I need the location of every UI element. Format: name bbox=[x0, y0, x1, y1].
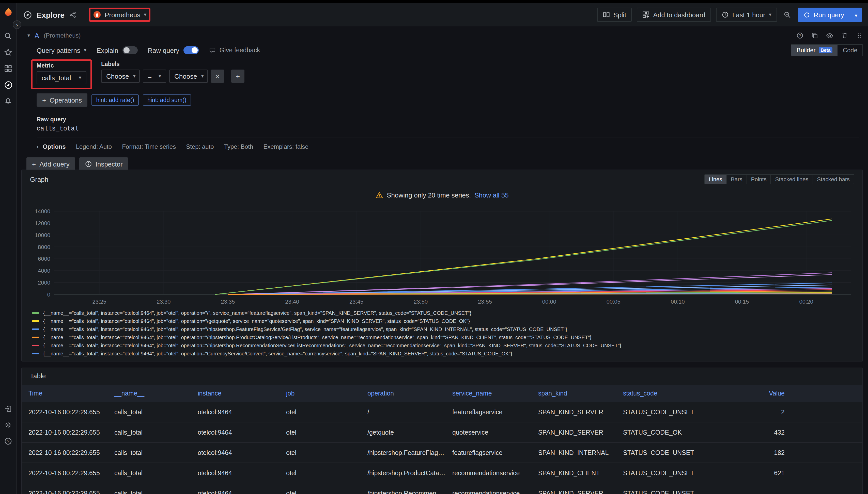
table-row[interactable]: 2022-10-16 00:22:29.655calls_totalotelco… bbox=[22, 463, 863, 483]
table-row[interactable]: 2022-10-16 00:22:29.655calls_totalotelco… bbox=[22, 422, 863, 443]
help-icon[interactable]: ? bbox=[0, 433, 17, 449]
help-circle-icon[interactable]: ? bbox=[796, 32, 803, 39]
column-header-service-name[interactable]: service_name bbox=[446, 390, 531, 397]
cell-time: 2022-10-16 00:22:29.655 bbox=[22, 449, 108, 456]
legend-item[interactable]: {__name__="calls_total", instance="otelc… bbox=[30, 317, 854, 325]
run-query-dropdown-caret[interactable]: ▾ bbox=[850, 7, 862, 22]
add-operation-button[interactable]: + Operations bbox=[37, 93, 87, 107]
legend-item[interactable]: {__name__="calls_total", instance="otelc… bbox=[30, 309, 854, 317]
table-panel-title: Table bbox=[30, 372, 46, 380]
label-operator-select[interactable]: = ▾ bbox=[143, 70, 166, 83]
sidebar: ? bbox=[0, 3, 17, 494]
metric-select[interactable]: calls_total ▾ bbox=[37, 71, 86, 84]
cell-name: calls_total bbox=[108, 408, 191, 416]
options-expand-button[interactable]: › Options bbox=[37, 143, 66, 150]
add-query-button[interactable]: + Add query bbox=[26, 157, 75, 171]
query-options-row: › Options Legend: AutoFormat: Time serie… bbox=[21, 141, 863, 152]
column-header-status-code[interactable]: status_code bbox=[616, 390, 718, 397]
legend-item[interactable]: {__name__="calls_total", instance="otelc… bbox=[30, 325, 854, 333]
datasource-picker[interactable]: Prometheus ▾ bbox=[93, 11, 146, 19]
split-button[interactable]: Split bbox=[597, 7, 632, 22]
cell-status_code: STATUS_CODE_OK bbox=[616, 429, 718, 436]
star-icon[interactable] bbox=[0, 44, 17, 60]
grafana-logo[interactable] bbox=[2, 6, 14, 18]
bell-icon[interactable] bbox=[0, 93, 17, 109]
sidebar-expand-button[interactable]: › bbox=[13, 20, 21, 29]
add-to-dashboard-button[interactable]: Add to dashboard bbox=[637, 7, 711, 22]
gear-icon[interactable] bbox=[0, 417, 17, 433]
query-row-header[interactable]: ▾ A (Prometheus) ? bbox=[21, 30, 863, 42]
drag-handle-icon[interactable] bbox=[856, 32, 863, 39]
svg-text:00:05: 00:05 bbox=[607, 299, 620, 305]
legend-label: {__name__="calls_total", instance="otelc… bbox=[43, 326, 567, 332]
explain-toggle[interactable] bbox=[122, 46, 138, 54]
svg-text:00:10: 00:10 bbox=[671, 299, 685, 305]
cell-status_code: STATUS_CODE_UNSET bbox=[616, 490, 718, 494]
column-header-time[interactable]: Time bbox=[22, 390, 108, 397]
cell-job: otel bbox=[279, 429, 361, 436]
time-range-picker[interactable]: Last 1 hour ▾ bbox=[716, 7, 777, 22]
column-header-operation[interactable]: operation bbox=[361, 390, 446, 397]
raw-query-toggle[interactable] bbox=[183, 46, 199, 54]
column-header-instance[interactable]: instance bbox=[191, 390, 279, 397]
query-hint-0[interactable]: hint: add rate() bbox=[91, 94, 139, 106]
builder-code-switch: Builder Beta Code bbox=[791, 44, 863, 56]
svg-text:00:00: 00:00 bbox=[542, 299, 556, 305]
chevron-down-icon: ▾ bbox=[144, 12, 146, 17]
query-hint-1[interactable]: hint: add sum() bbox=[143, 94, 191, 106]
view-mode-bars[interactable]: Bars bbox=[726, 175, 746, 184]
inspector-button[interactable]: Inspector bbox=[79, 157, 128, 171]
remove-query-trash-icon[interactable] bbox=[841, 32, 848, 39]
legend-item[interactable]: {__name__="calls_total", instance="otelc… bbox=[30, 349, 854, 357]
column-header--name-[interactable]: __name__ bbox=[108, 390, 191, 397]
view-mode-stacked-lines[interactable]: Stacked lines bbox=[771, 175, 813, 184]
label-value-select[interactable]: Choose ▾ bbox=[169, 70, 208, 83]
sign-in-icon[interactable] bbox=[0, 401, 17, 417]
legend-item[interactable]: {__name__="calls_total", instance="otelc… bbox=[30, 341, 854, 349]
table-row[interactable]: 2022-10-16 00:22:29.655calls_totalotelco… bbox=[22, 402, 863, 422]
code-mode-button[interactable]: Code bbox=[838, 45, 863, 56]
table-panel-header: Table bbox=[22, 372, 863, 380]
operations-row: + Operations hint: add rate()hint: add s… bbox=[21, 93, 863, 107]
cell-instance: otelcol:9464 bbox=[191, 469, 279, 476]
view-mode-stacked-bars[interactable]: Stacked bars bbox=[813, 175, 854, 184]
chevron-down-icon[interactable]: ▾ bbox=[28, 33, 30, 38]
time-series-chart[interactable]: 23:2523:3023:3523:4023:4523:5023:5500:00… bbox=[30, 206, 854, 308]
topbar: Explore Prometheus ▾ Split bbox=[17, 3, 868, 26]
builder-mode-button[interactable]: Builder Beta bbox=[792, 45, 838, 56]
add-label-filter-button[interactable]: + bbox=[231, 70, 245, 83]
legend-item[interactable]: {__name__="calls_total", instance="otelc… bbox=[30, 333, 854, 341]
view-mode-points[interactable]: Points bbox=[746, 175, 771, 184]
zoom-out-icon[interactable] bbox=[782, 11, 793, 19]
apps-icon[interactable] bbox=[0, 60, 17, 77]
remove-label-filter-button[interactable]: × bbox=[211, 70, 224, 83]
column-header-value[interactable]: Value bbox=[718, 390, 863, 397]
explain-label: Explain bbox=[96, 46, 118, 54]
legend-label: {__name__="calls_total", instance="otelc… bbox=[43, 342, 621, 348]
topbar-left: Explore Prometheus ▾ bbox=[23, 7, 150, 22]
table-row[interactable]: 2022-10-16 00:22:29.655calls_totalotelco… bbox=[22, 483, 863, 494]
hide-query-eye-icon[interactable] bbox=[826, 32, 833, 39]
chevron-down-icon: ▾ bbox=[769, 12, 772, 17]
svg-text:23:35: 23:35 bbox=[221, 299, 235, 305]
query-options-summary: Legend: AutoFormat: Time seriesStep: aut… bbox=[76, 143, 308, 150]
run-query-button[interactable]: Run query bbox=[798, 7, 850, 22]
svg-text:00:15: 00:15 bbox=[735, 299, 749, 305]
column-header-span-kind[interactable]: span_kind bbox=[531, 390, 616, 397]
svg-text:0: 0 bbox=[47, 291, 50, 298]
view-mode-lines[interactable]: Lines bbox=[705, 175, 726, 184]
search-icon[interactable] bbox=[0, 28, 17, 44]
labels-group: Labels Choose ▾ = ▾ Choose ▾ × + bbox=[101, 61, 245, 83]
svg-text:23:50: 23:50 bbox=[414, 299, 428, 305]
column-header-job[interactable]: job bbox=[279, 390, 361, 397]
query-patterns-dropdown[interactable]: Query patterns ▾ bbox=[37, 46, 86, 54]
svg-text:10000: 10000 bbox=[35, 232, 50, 239]
show-all-series-link[interactable]: Show all 55 bbox=[474, 191, 508, 199]
give-feedback-button[interactable]: Give feedback bbox=[209, 47, 260, 54]
label-key-select[interactable]: Choose ▾ bbox=[101, 70, 140, 83]
svg-text:23:30: 23:30 bbox=[157, 299, 170, 305]
explore-compass-icon[interactable] bbox=[0, 77, 17, 93]
table-row[interactable]: 2022-10-16 00:22:29.655calls_totalotelco… bbox=[22, 443, 863, 463]
share-icon[interactable] bbox=[69, 11, 76, 18]
copy-query-icon[interactable] bbox=[811, 32, 818, 39]
